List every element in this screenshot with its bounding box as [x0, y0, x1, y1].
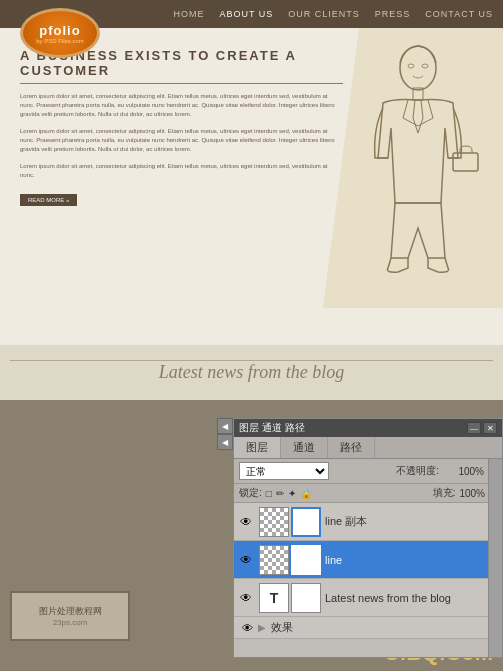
ps-blend-mode-select[interactable]: 正常 [239, 462, 329, 480]
ps-tab-layers[interactable]: 图层 [234, 437, 281, 458]
blog-section: Latest news from the blog [0, 345, 503, 400]
ps-lock-checkbox[interactable]: □ [266, 488, 272, 499]
ps-tabs: 图层 通道 路径 [234, 437, 502, 459]
ps-layer-line[interactable]: 👁 line [234, 541, 502, 579]
collapse-btn-2[interactable]: ◀ [217, 434, 233, 450]
ps-blend-row: 正常 不透明度: 100% ▶ [234, 459, 502, 484]
ps-layer-line-copy[interactable]: 👁 line 副本 [234, 503, 502, 541]
ps-lock-row: 锁定: □ ✏ ✦ 🔒 填充: 100% ▶ [234, 484, 502, 503]
ps-lock-all[interactable]: 🔒 [300, 488, 312, 499]
ps-scrollbar[interactable] [488, 459, 502, 657]
ps-tab-paths[interactable]: 路径 [328, 437, 375, 458]
nav-press[interactable]: PRESS [375, 9, 411, 19]
nav-clients[interactable]: OUR CLIENTS [288, 9, 360, 19]
ps-effects-label: 效果 [271, 620, 293, 635]
collapse-arrows: ◀ ◀ [217, 418, 233, 450]
watermark-text-1: 图片处理教程网 [39, 605, 102, 618]
website-mockup: HOME ABOUT US OUR CLIENTS PRESS CONTACT … [0, 0, 503, 400]
ps-layer-thumbs-1 [259, 507, 321, 537]
ps-lock-move[interactable]: ✦ [288, 488, 296, 499]
svg-rect-2 [453, 153, 478, 171]
ps-minimize-btn[interactable]: — [467, 422, 481, 434]
read-more-button[interactable]: READ MORE » [20, 194, 77, 206]
ps-layer-thumb-1a [259, 507, 289, 537]
ps-opacity-label: 不透明度: [396, 464, 439, 478]
nav-home[interactable]: HOME [173, 9, 204, 19]
ps-fill-label: 填充: [433, 486, 456, 500]
ps-layer-thumb-3b [291, 583, 321, 613]
ps-layer-name-3: Latest news from the blog [325, 592, 482, 604]
ps-layers-panel: 图层 通道 路径 — ✕ 图层 通道 路径 正常 不透明度: 100% ▶ 锁定… [233, 418, 503, 658]
ps-effects-row: 👁 ▶ 效果 [234, 617, 502, 639]
ps-fill-value: 100% [459, 488, 485, 499]
nav-about[interactable]: ABOUT US [219, 9, 273, 19]
ps-effects-eye[interactable]: 👁 [242, 622, 253, 634]
businessman-illustration [353, 38, 483, 298]
ps-layer-thumb-2a [259, 545, 289, 575]
blog-title: Latest news from the blog [144, 362, 359, 383]
nav-contact[interactable]: CONTACT US [425, 9, 493, 19]
ps-layer-thumb-3a: T [259, 583, 289, 613]
logo-subtext: by PSD Files.com [36, 38, 84, 44]
ps-panel-title: 图层 通道 路径 [239, 421, 305, 435]
ps-opacity-value: 100% [444, 466, 484, 477]
ps-layer-eye-3[interactable]: 👁 [237, 589, 255, 607]
logo-text: pfolio [39, 23, 80, 38]
collapse-btn-1[interactable]: ◀ [217, 418, 233, 434]
watermark-text-2: 23ps.com [53, 618, 88, 627]
ps-layer-text[interactable]: 👁 T Latest news from the blog fx [234, 579, 502, 617]
main-content: A BUSINESS EXISTS TO CREATE A CUSTOMER L… [0, 28, 503, 400]
ps-lock-brush[interactable]: ✏ [276, 488, 284, 499]
ps-lock-label: 锁定: [239, 486, 262, 500]
ps-panel-header: 图层 通道 路径 — ✕ [234, 419, 502, 437]
ps-layer-eye-2[interactable]: 👁 [237, 551, 255, 569]
ps-layer-thumbs-2 [259, 545, 321, 575]
body-paragraph-1: Lorem ipsum dolor sit amet, consectetur … [20, 92, 343, 119]
content-area: A BUSINESS EXISTS TO CREATE A CUSTOMER L… [20, 48, 343, 206]
ps-layer-name-2: line [325, 554, 499, 566]
ps-layer-thumb-1b [291, 507, 321, 537]
ps-layer-thumbs-3: T [259, 583, 321, 613]
svg-point-3 [408, 64, 414, 68]
ps-close-btn[interactable]: ✕ [483, 422, 497, 434]
body-paragraph-2: Lorem ipsum dolor sit amet, consectetur … [20, 127, 343, 154]
ps-layer-thumb-2b [291, 545, 321, 575]
logo: pfolio by PSD Files.com [20, 8, 100, 58]
blog-divider [10, 360, 493, 361]
ps-panel-area: 图片处理教程网 23ps.com UiBQ.CoM ◀ ◀ 图层 通道 路径 —… [0, 400, 503, 671]
ps-layer-eye-1[interactable]: 👁 [237, 513, 255, 531]
svg-point-4 [422, 64, 428, 68]
body-paragraph-3: Lorem ipsum dolor sit amet, consectetur … [20, 162, 343, 180]
ps-layer-list: 👁 line 副本 👁 line 👁 T [234, 503, 502, 639]
watermark-box: 图片处理教程网 23ps.com [10, 591, 130, 641]
ps-tab-channels[interactable]: 通道 [281, 437, 328, 458]
ps-layer-name-1: line 副本 [325, 514, 499, 529]
